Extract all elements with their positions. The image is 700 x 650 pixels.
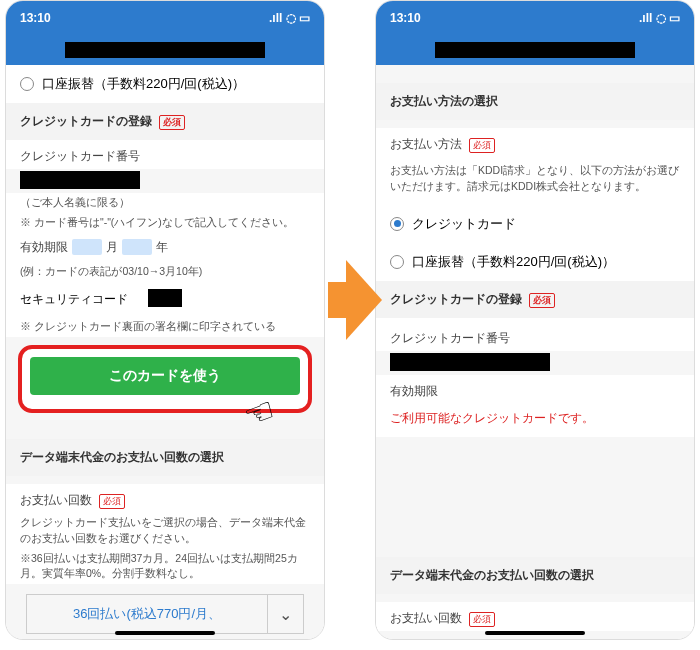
home-indicator	[485, 631, 585, 635]
exp-year-select[interactable]	[122, 239, 152, 255]
device-payment-title: データ端末代金のお支払い回数の選択	[376, 557, 694, 594]
status-time: 13:10	[20, 11, 51, 25]
security-note: ※ クレジットカード裏面の署名欄に印字されている	[6, 317, 324, 337]
required-badge: 必須	[529, 293, 555, 308]
cc-number-field[interactable]	[20, 171, 140, 189]
cc-register-title: クレジットカードの登録 必須	[6, 103, 324, 140]
dropdown-value: 36回払い(税込770円/月、	[27, 595, 267, 633]
header-redacted	[435, 42, 635, 58]
radio-icon	[390, 217, 404, 231]
phone-right: 13:10 .ıll ◌ ▭ お支払い方法の選択 お支払い方法 必須 お支払い方…	[375, 0, 695, 640]
radio-bank-label: 口座振替（手数料220円/回(税込)）	[42, 75, 245, 93]
status-time: 13:10	[390, 11, 421, 25]
radio-credit-card[interactable]: クレジットカード	[376, 205, 694, 243]
home-indicator	[115, 631, 215, 635]
device-payment-title: データ端末代金のお支払い回数の選択	[6, 439, 324, 476]
payment-method-title: お支払い方法の選択	[376, 83, 694, 120]
phone-left: 13:10 .ıll ◌ ▭ 口座振替（手数料220円/回(税込)） クレジット…	[5, 0, 325, 640]
transition-arrow-icon	[328, 260, 382, 340]
radio-icon	[20, 77, 34, 91]
cc-register-title: クレジットカードの登録 必須	[376, 281, 694, 318]
exp-label: 有効期限	[376, 375, 694, 404]
radio-bank-transfer[interactable]: 口座振替（手数料220円/回(税込)）	[376, 243, 694, 281]
content-right: お支払い方法の選択 お支払い方法 必須 お支払い方法は「KDDI請求」となり、以…	[376, 65, 694, 640]
cc-number-label: クレジットカード番号	[6, 140, 324, 169]
header	[376, 35, 694, 65]
card-ok-message: ご利用可能なクレジットカードです。	[376, 404, 694, 437]
use-card-button[interactable]: このカードを使う	[30, 357, 300, 395]
status-bar: 13:10 .ıll ◌ ▭	[376, 1, 694, 35]
required-badge: 必須	[469, 138, 495, 153]
chevron-down-icon: ⌄	[267, 595, 303, 633]
security-code-row: セキュリティコード	[6, 281, 324, 317]
pay-count-label: お支払い回数 必須	[376, 602, 694, 631]
payment-method-label: お支払い方法 必須	[376, 128, 694, 157]
installment-dropdown[interactable]: 36回払い(税込770円/月、 ⌄	[26, 594, 304, 634]
status-bar: 13:10 .ıll ◌ ▭	[6, 1, 324, 35]
required-badge: 必須	[159, 115, 185, 130]
name-note: （ご本人名義に限る）	[6, 193, 324, 213]
exp-month-select[interactable]	[72, 239, 102, 255]
radio-bank-label: 口座振替（手数料220円/回(税込)）	[412, 253, 615, 271]
cc-number-value	[390, 353, 550, 371]
required-badge: 必須	[99, 494, 125, 509]
status-icons: .ıll ◌ ▭	[269, 11, 310, 25]
radio-bank-transfer[interactable]: 口座振替（手数料220円/回(税込)）	[6, 65, 324, 103]
kddi-info: お支払い方法は「KDDI請求」となり、以下の方法がお選びいただけます。請求元はK…	[376, 157, 694, 205]
content-left: 口座振替（手数料220円/回(税込)） クレジットカードの登録 必須 クレジット…	[6, 65, 324, 640]
use-card-callout: このカードを使う ☜	[18, 345, 312, 413]
required-badge: 必須	[469, 612, 495, 627]
pay-note1: クレジットカード支払いをご選択の場合、データ端末代金のお支払い回数をお選びくださ…	[6, 513, 324, 549]
exp-note: (例：カードの表記が03/10→3月10年)	[6, 262, 324, 282]
header-redacted	[65, 42, 265, 58]
cc-number-label: クレジットカード番号	[376, 318, 694, 351]
expiration-row: 有効期限 月 年	[6, 233, 324, 262]
status-icons: .ıll ◌ ▭	[639, 11, 680, 25]
security-code-field[interactable]	[148, 289, 182, 307]
pay-count-label: お支払い回数 必須	[6, 484, 324, 513]
radio-icon	[390, 255, 404, 269]
pay-note2: ※36回払いは支払期間37カ月。24回払いは支払期間25カ月。実質年率0%。分割…	[6, 549, 324, 585]
radio-cc-label: クレジットカード	[412, 215, 516, 233]
hyphen-note: ※ カード番号は"-"(ハイフン)なしで記入してください。	[6, 213, 324, 233]
header	[6, 35, 324, 65]
